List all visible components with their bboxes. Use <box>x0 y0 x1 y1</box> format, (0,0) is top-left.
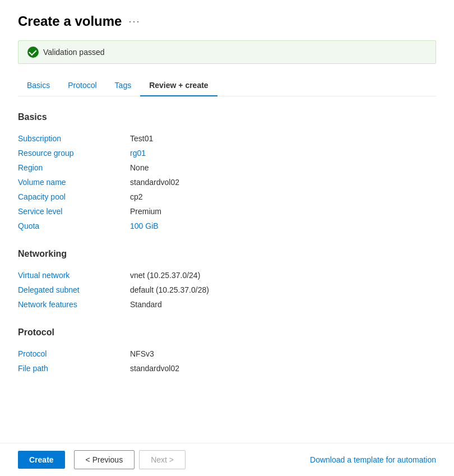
quota-value: 100 GiB <box>130 221 159 230</box>
download-template-link[interactable]: Download a template for automation <box>310 455 436 464</box>
tab-bar: Basics Protocol Tags Review + create <box>18 75 436 96</box>
validation-text: Validation passed <box>43 48 104 57</box>
networking-section-title: Networking <box>18 249 436 259</box>
service-level-row: Service level Premium <box>18 204 436 219</box>
subscription-value: Test01 <box>130 134 153 143</box>
footer: Create < Previous Next > Download a temp… <box>0 443 454 476</box>
network-features-label: Network features <box>18 300 130 309</box>
delegated-subnet-row: Delegated subnet default (10.25.37.0/28) <box>18 283 436 297</box>
delegated-subnet-label: Delegated subnet <box>18 285 130 294</box>
capacity-pool-label: Capacity pool <box>18 192 130 201</box>
virtual-network-row: Virtual network vnet (10.25.37.0/24) <box>18 268 436 283</box>
ellipsis-menu-button[interactable]: ··· <box>128 16 140 27</box>
next-button: Next > <box>139 450 186 469</box>
file-path-label: File path <box>18 364 130 373</box>
resource-group-row: Resource group rg01 <box>18 146 436 160</box>
file-path-value: standardvol02 <box>130 364 179 373</box>
validation-banner: Validation passed <box>18 40 436 64</box>
virtual-network-value: vnet (10.25.37.0/24) <box>130 271 200 280</box>
service-level-value: Premium <box>130 207 161 216</box>
network-features-value: Standard <box>130 300 162 309</box>
previous-button[interactable]: < Previous <box>74 450 135 469</box>
protocol-row: Protocol NFSv3 <box>18 346 436 361</box>
tab-review-create[interactable]: Review + create <box>140 75 217 96</box>
tab-basics[interactable]: Basics <box>18 75 59 96</box>
tab-tags[interactable]: Tags <box>106 75 141 96</box>
validation-success-icon <box>27 47 39 58</box>
capacity-pool-value: cp2 <box>130 192 143 201</box>
basics-section-title: Basics <box>18 112 436 122</box>
protocol-section: Protocol Protocol NFSv3 File path standa… <box>18 327 436 376</box>
delegated-subnet-value: default (10.25.37.0/28) <box>130 285 209 294</box>
tab-protocol[interactable]: Protocol <box>59 75 105 96</box>
protocol-label: Protocol <box>18 349 130 358</box>
service-level-label: Service level <box>18 207 130 216</box>
capacity-pool-row: Capacity pool cp2 <box>18 190 436 204</box>
volume-name-row: Volume name standardvol02 <box>18 175 436 190</box>
region-value: None <box>130 163 149 172</box>
subscription-label: Subscription <box>18 134 130 143</box>
networking-section: Networking Virtual network vnet (10.25.3… <box>18 249 436 312</box>
basics-section: Basics Subscription Test01 Resource grou… <box>18 112 436 233</box>
quota-row: Quota 100 GiB <box>18 219 436 233</box>
subscription-row: Subscription Test01 <box>18 131 436 146</box>
region-label: Region <box>18 163 130 172</box>
protocol-value: NFSv3 <box>130 349 154 358</box>
resource-group-label: Resource group <box>18 149 130 158</box>
quota-label: Quota <box>18 221 130 230</box>
virtual-network-label: Virtual network <box>18 271 130 280</box>
protocol-section-title: Protocol <box>18 327 436 338</box>
page-title: Create a volume <box>18 13 122 29</box>
network-features-row: Network features Standard <box>18 297 436 312</box>
resource-group-value[interactable]: rg01 <box>130 149 146 158</box>
file-path-row: File path standardvol02 <box>18 361 436 376</box>
volume-name-value: standardvol02 <box>130 178 179 187</box>
region-row: Region None <box>18 160 436 175</box>
create-button[interactable]: Create <box>18 451 65 469</box>
volume-name-label: Volume name <box>18 178 130 187</box>
